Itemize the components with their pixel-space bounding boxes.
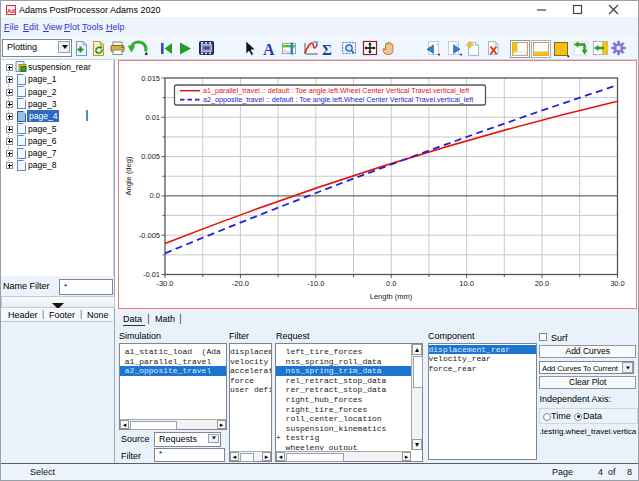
- svg-text:-20.0: -20.0: [232, 279, 249, 288]
- svg-text:0.015: 0.015: [141, 74, 160, 83]
- svg-text:0.005: 0.005: [141, 152, 160, 161]
- svg-text:A: A: [263, 41, 275, 58]
- svg-text:-0.005: -0.005: [139, 231, 160, 240]
- svg-text:a2_opposite_travel :: default: a2_opposite_travel :: default : Toe angl…: [203, 95, 473, 104]
- svg-text:Σ: Σ: [322, 42, 332, 58]
- svg-text:30.0: 30.0: [610, 279, 625, 288]
- svg-text:Ad: Ad: [7, 8, 15, 14]
- svg-text:20.0: 20.0: [535, 279, 550, 288]
- svg-text:Angle (deg): Angle (deg): [124, 156, 133, 195]
- svg-text:-30.0: -30.0: [156, 279, 173, 288]
- svg-text:-10.0: -10.0: [307, 279, 324, 288]
- svg-text:Length (mm): Length (mm): [370, 292, 413, 301]
- svg-text:0.0: 0.0: [386, 279, 396, 288]
- svg-text:10.0: 10.0: [459, 279, 474, 288]
- svg-text:0.0: 0.0: [150, 191, 160, 200]
- svg-text:a1_parallel_travel :: default: a1_parallel_travel :: default : Toe angl…: [203, 86, 469, 95]
- svg-text:0.01: 0.01: [145, 113, 160, 122]
